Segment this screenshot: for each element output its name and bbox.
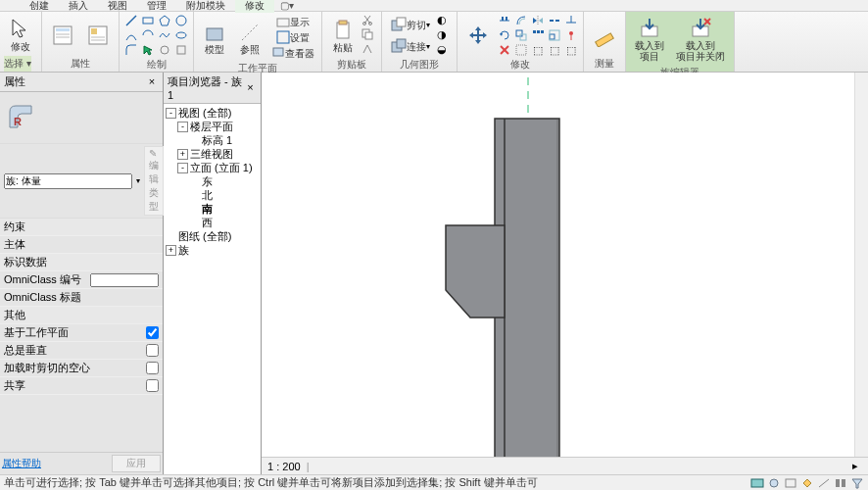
group-label-select[interactable]: 选择 ▾ <box>4 56 31 72</box>
circle-tool-icon[interactable] <box>173 14 189 27</box>
measure-button[interactable] <box>588 21 621 50</box>
set-button[interactable]: 设置 <box>268 29 317 45</box>
browser-tree[interactable]: -视图 (全部)-楼层平面标高 1+三维视图-立面 (立面 1)东北南西图纸 (… <box>164 104 261 474</box>
tree-item[interactable]: -立面 (立面 1) <box>166 161 259 174</box>
tool-x-icon[interactable] <box>157 43 172 57</box>
tree-toggle-icon[interactable]: - <box>166 108 176 119</box>
pick-tool-icon[interactable] <box>140 43 156 57</box>
tree-item[interactable]: 标高 1 <box>166 133 259 147</box>
mod-x1-icon[interactable]: ⬚ <box>530 43 546 57</box>
tree-item[interactable]: -楼层平面 <box>166 120 259 133</box>
mod-x3-icon[interactable]: ⬚ <box>563 43 579 57</box>
load-close-button[interactable]: 载入到 项目并关闭 <box>671 14 730 65</box>
tree-toggle-icon[interactable]: - <box>177 163 188 173</box>
array-icon[interactable] <box>530 28 546 42</box>
close-icon[interactable]: × <box>145 75 159 89</box>
mirror-icon[interactable] <box>530 14 546 27</box>
arc2-tool-icon[interactable] <box>140 28 156 42</box>
copy-clip-icon[interactable] <box>362 28 377 42</box>
align-icon[interactable] <box>497 14 512 27</box>
close-icon[interactable]: × <box>244 81 257 95</box>
line-tool-icon[interactable] <box>123 14 139 27</box>
edit-type-button[interactable]: ✎ 编辑类型 <box>144 146 164 216</box>
model-button[interactable]: 模型 <box>198 18 231 58</box>
cut-void-checkbox[interactable] <box>146 362 159 374</box>
svg-rect-29 <box>397 39 406 48</box>
copy-mod-icon[interactable] <box>513 28 529 42</box>
geom-a-icon[interactable]: ◐ <box>437 14 453 27</box>
move-button[interactable] <box>461 21 495 50</box>
join-geom-button[interactable]: 连接▾ <box>386 35 435 57</box>
properties-button-a[interactable] <box>46 21 79 50</box>
mod-x2-icon[interactable]: ⬚ <box>547 43 562 57</box>
modify-button[interactable]: 修改 <box>4 15 37 55</box>
load-button[interactable]: 载入到 项目 <box>630 14 669 65</box>
tree-item[interactable]: 图纸 (全部) <box>166 229 259 243</box>
cut-clip-icon[interactable] <box>362 14 377 27</box>
tab-modify[interactable]: 修改 <box>235 0 274 13</box>
filter-icon[interactable] <box>850 477 864 489</box>
shared-checkbox[interactable] <box>146 379 159 392</box>
paste-button[interactable]: 粘贴 <box>326 16 360 56</box>
tool-y-icon[interactable] <box>173 43 189 57</box>
status-icon-1[interactable] <box>750 477 764 489</box>
ribbon-extra-icon[interactable]: ▢▾ <box>274 0 300 11</box>
show-button[interactable]: 显示 <box>268 14 317 29</box>
drawing-canvas[interactable]: 1 : 200 | ▸ <box>262 73 868 474</box>
tree-item[interactable]: +族 <box>166 243 259 257</box>
polygon-tool-icon[interactable] <box>157 14 172 27</box>
status-icon-6[interactable] <box>834 477 847 489</box>
type-selector[interactable] <box>4 173 132 189</box>
tree-item[interactable]: 西 <box>166 216 259 229</box>
pin-icon[interactable] <box>563 28 579 42</box>
tree-item-label: 标高 1 <box>202 133 232 147</box>
match-clip-icon[interactable] <box>362 43 377 57</box>
apply-button[interactable]: 应用 <box>112 455 161 472</box>
viewer-button[interactable]: 查看器 <box>268 45 317 61</box>
rotate-icon[interactable] <box>497 28 512 42</box>
status-icon-2[interactable] <box>767 477 781 489</box>
tree-item[interactable]: 南 <box>166 202 259 216</box>
ref-button[interactable]: 参照 <box>233 18 266 58</box>
properties-button-b[interactable] <box>81 21 115 50</box>
status-icon-4[interactable] <box>800 477 814 489</box>
scale-icon[interactable] <box>547 28 562 42</box>
group-label-modify: 修改 <box>461 57 579 73</box>
vertical-scrollbar[interactable] <box>854 73 868 457</box>
spline-tool-icon[interactable] <box>157 28 172 42</box>
status-icon-3[interactable] <box>784 477 797 489</box>
trim-icon[interactable] <box>563 14 579 27</box>
ellipse-tool-icon[interactable] <box>173 28 189 42</box>
delete-icon[interactable] <box>497 43 512 57</box>
tree-item[interactable]: 北 <box>166 188 259 202</box>
svg-rect-1 <box>56 28 70 31</box>
status-icon-5[interactable] <box>817 477 831 489</box>
properties-help-link[interactable]: 属性帮助 <box>2 457 112 470</box>
split-icon[interactable] <box>547 14 562 27</box>
tab-create[interactable]: 创建 <box>20 0 59 13</box>
tree-toggle-icon[interactable]: + <box>166 245 176 256</box>
tab-addins[interactable]: 附加模块 <box>176 0 235 13</box>
offset-icon[interactable] <box>513 14 529 27</box>
geom-b-icon[interactable]: ◑ <box>437 28 453 42</box>
tab-manage[interactable]: 管理 <box>137 0 176 13</box>
workplane-based-checkbox[interactable] <box>146 326 159 339</box>
tree-item[interactable]: 东 <box>166 174 259 188</box>
tree-toggle-icon[interactable]: + <box>177 149 188 160</box>
reveal-icon[interactable] <box>433 460 447 473</box>
group-icon[interactable] <box>513 43 529 57</box>
tab-view[interactable]: 视图 <box>98 0 137 13</box>
cut-geom-icon <box>391 17 407 32</box>
rect-tool-icon[interactable] <box>140 14 156 27</box>
fillet-tool-icon[interactable] <box>123 43 139 57</box>
cut-geom-button[interactable]: 剪切▾ <box>386 14 435 35</box>
move-icon <box>466 24 490 47</box>
geom-c-icon[interactable]: ◒ <box>437 43 453 57</box>
tree-item[interactable]: -视图 (全部) <box>166 106 259 120</box>
tree-toggle-icon[interactable]: - <box>177 122 188 132</box>
tree-item[interactable]: +三维视图 <box>166 147 259 161</box>
tab-insert[interactable]: 插入 <box>59 0 98 13</box>
arc-tool-icon[interactable] <box>123 28 139 42</box>
omni-num-input[interactable] <box>90 273 159 287</box>
always-vertical-checkbox[interactable] <box>146 344 159 357</box>
